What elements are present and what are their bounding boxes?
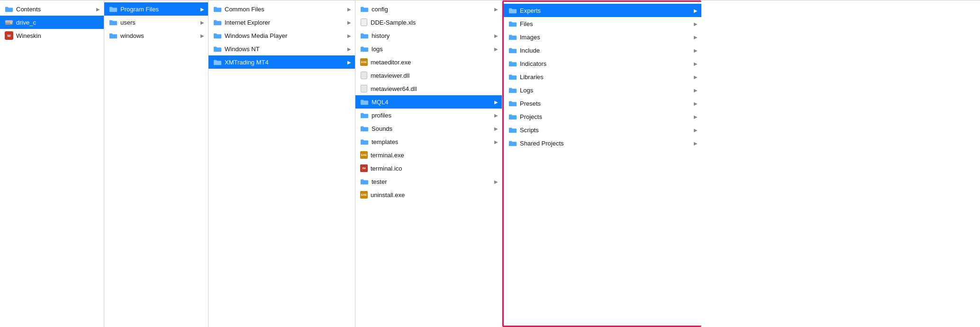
item-label: logs bbox=[372, 45, 494, 53]
list-item[interactable]: Scripts▶ bbox=[504, 123, 701, 136]
chevron-right-icon: ▶ bbox=[494, 113, 498, 118]
folder-icon bbox=[360, 138, 369, 145]
list-item[interactable]: EXE metaeditor.exe bbox=[355, 55, 502, 69]
chevron-right-icon: ▶ bbox=[494, 7, 498, 12]
list-item[interactable]: Libraries▶ bbox=[504, 70, 701, 83]
chevron-right-icon: ▶ bbox=[200, 20, 204, 25]
list-item[interactable]: WWineskin bbox=[0, 29, 104, 42]
harddrive-icon bbox=[5, 19, 13, 26]
chevron-right-icon: ▶ bbox=[347, 7, 351, 12]
list-item[interactable]: Common Files▶ bbox=[209, 2, 355, 16]
item-label: Experts bbox=[520, 7, 694, 14]
chevron-right-icon: ▶ bbox=[694, 48, 698, 53]
exe-icon: EXE bbox=[360, 151, 368, 159]
list-item[interactable]: Indicators▶ bbox=[504, 57, 701, 70]
list-item[interactable]: drive_c bbox=[0, 16, 104, 29]
ico-icon: XM bbox=[360, 164, 368, 173]
chevron-right-icon: ▶ bbox=[200, 7, 204, 12]
list-item[interactable]: config▶ bbox=[355, 2, 502, 16]
folder-icon bbox=[213, 19, 222, 26]
folder-icon bbox=[360, 125, 369, 132]
list-item[interactable]: Logs▶ bbox=[504, 83, 701, 97]
folder-icon bbox=[508, 113, 517, 120]
item-label: DDE-Sample.xls bbox=[371, 19, 498, 26]
list-item[interactable]: Files▶ bbox=[504, 17, 701, 30]
chevron-right-icon: ▶ bbox=[347, 46, 351, 52]
folder-icon bbox=[5, 6, 13, 12]
list-item[interactable]: templates▶ bbox=[355, 135, 502, 148]
list-item[interactable]: Windows NT▶ bbox=[209, 42, 355, 55]
finder-column: Common Files▶ Internet Explorer▶ Windows… bbox=[209, 0, 355, 327]
list-item[interactable]: Projects▶ bbox=[504, 110, 701, 123]
finder-window: Contents▶ drive_cWWineskin Program Files… bbox=[0, 0, 980, 327]
item-label: Windows NT bbox=[225, 45, 347, 53]
chevron-right-icon: ▶ bbox=[494, 179, 498, 184]
item-label: Include bbox=[520, 47, 694, 54]
list-item[interactable]: metaviewer64.dll bbox=[355, 82, 502, 95]
list-item[interactable]: DDE-Sample.xls bbox=[355, 16, 502, 29]
list-item[interactable]: Images▶ bbox=[504, 30, 701, 44]
item-label: config bbox=[372, 6, 494, 13]
item-label: drive_c bbox=[16, 19, 100, 26]
chevron-right-icon: ▶ bbox=[694, 101, 698, 106]
chevron-right-icon: ▶ bbox=[494, 100, 498, 105]
item-label: Projects bbox=[520, 113, 694, 120]
list-item[interactable]: Program Files▶ bbox=[104, 2, 208, 16]
list-item[interactable]: Internet Explorer▶ bbox=[209, 16, 355, 29]
item-label: metaviewer.dll bbox=[371, 72, 498, 79]
item-label: users bbox=[120, 19, 200, 26]
list-item[interactable]: EXE terminal.exe bbox=[355, 148, 502, 162]
list-item[interactable]: Contents▶ bbox=[0, 2, 104, 16]
chevron-right-icon: ▶ bbox=[494, 139, 498, 145]
chevron-right-icon: ▶ bbox=[694, 35, 698, 40]
xls-icon bbox=[360, 18, 368, 27]
finder-column: Program Files▶ users▶ windows▶ bbox=[104, 0, 209, 327]
folder-icon bbox=[109, 19, 118, 26]
svg-rect-1 bbox=[5, 20, 13, 23]
list-item[interactable]: Presets▶ bbox=[504, 97, 701, 110]
list-item[interactable]: Windows Media Player▶ bbox=[209, 29, 355, 42]
folder-icon bbox=[508, 87, 517, 93]
list-item[interactable]: Include▶ bbox=[504, 44, 701, 57]
item-label: Scripts bbox=[520, 127, 694, 134]
dll-icon bbox=[360, 84, 368, 93]
list-item[interactable]: Sounds▶ bbox=[355, 122, 502, 135]
chevron-right-icon: ▶ bbox=[494, 46, 498, 52]
chevron-right-icon: ▶ bbox=[694, 61, 698, 66]
item-label: windows bbox=[120, 32, 200, 39]
item-label: Sounds bbox=[372, 125, 494, 132]
finder-column: Experts▶ Files▶ Images▶ Include▶ Indicat… bbox=[502, 0, 701, 327]
list-item[interactable]: metaviewer.dll bbox=[355, 69, 502, 82]
item-label: templates bbox=[372, 138, 494, 145]
folder-icon bbox=[360, 6, 369, 12]
folder-icon bbox=[109, 6, 118, 12]
chevron-right-icon: ▶ bbox=[694, 21, 698, 27]
folder-icon bbox=[508, 140, 517, 146]
finder-column: config▶ DDE-Sample.xls history▶ logs▶ EX… bbox=[355, 0, 502, 327]
chevron-right-icon: ▶ bbox=[96, 7, 100, 12]
list-item[interactable]: Shared Projects▶ bbox=[504, 136, 701, 150]
folder-icon bbox=[360, 32, 369, 39]
list-item[interactable]: tester▶ bbox=[355, 175, 502, 188]
list-item[interactable]: users▶ bbox=[104, 16, 208, 29]
item-label: Images bbox=[520, 34, 694, 41]
list-item[interactable]: MQL4▶ bbox=[355, 95, 502, 109]
chevron-right-icon: ▶ bbox=[694, 114, 698, 119]
list-item[interactable]: EXE uninstall.exe bbox=[355, 188, 502, 201]
folder-icon bbox=[508, 47, 517, 54]
folder-icon bbox=[508, 127, 517, 133]
list-item[interactable]: windows▶ bbox=[104, 29, 208, 42]
list-item[interactable]: profiles▶ bbox=[355, 109, 502, 122]
chevron-right-icon: ▶ bbox=[200, 33, 204, 38]
list-item[interactable]: XM terminal.ico bbox=[355, 162, 502, 175]
list-item[interactable]: XMTrading MT4▶ bbox=[209, 55, 355, 69]
list-item[interactable]: logs▶ bbox=[355, 42, 502, 55]
list-item[interactable]: Experts▶ bbox=[504, 4, 701, 17]
item-label: metaviewer64.dll bbox=[371, 85, 498, 92]
item-label: tester bbox=[372, 178, 494, 185]
item-label: Program Files bbox=[120, 6, 200, 13]
chevron-right-icon: ▶ bbox=[347, 20, 351, 25]
list-item[interactable]: history▶ bbox=[355, 29, 502, 42]
folder-icon bbox=[213, 59, 222, 65]
chevron-right-icon: ▶ bbox=[347, 33, 351, 38]
